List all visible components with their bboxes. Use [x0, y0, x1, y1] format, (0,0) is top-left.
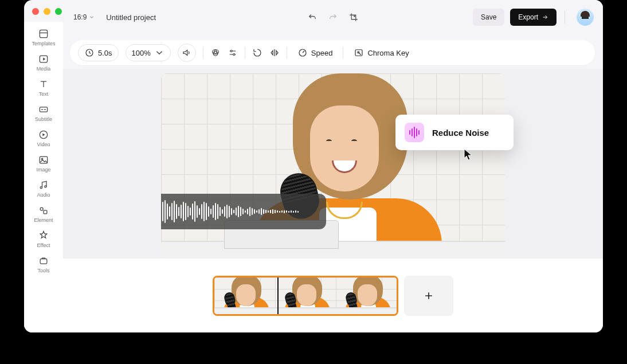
sidebar-item-subtitle[interactable]: Subtitle [28, 101, 60, 125]
svg-point-8 [40, 208, 43, 210]
flip-button[interactable] [269, 48, 280, 58]
divider [203, 46, 203, 59]
svg-point-11 [354, 16, 355, 17]
sidebar-item-label: Subtitle [35, 116, 52, 122]
timeline [63, 258, 603, 332]
duration-value: 5.0s [98, 49, 112, 57]
speed-button[interactable]: Speed [294, 45, 336, 60]
speed-label: Speed [311, 49, 333, 57]
clip-thumbnail [275, 277, 336, 314]
video-clip[interactable] [213, 276, 398, 316]
video-preview[interactable] [161, 73, 505, 263]
sidebar-item-label: Tools [37, 268, 49, 273]
speed-icon [297, 48, 308, 58]
adjust-button[interactable] [228, 48, 238, 58]
zoom-value: 100% [132, 49, 151, 57]
sidebar-item-label: Element [34, 217, 53, 223]
chroma-key-icon [354, 48, 364, 58]
sidebar-item-text[interactable]: Text [28, 76, 60, 100]
sidebar-item-label: Image [36, 167, 50, 173]
waveform-icon [405, 123, 424, 142]
close-window-button[interactable] [32, 8, 39, 15]
sidebar-item-label: Effect [37, 242, 50, 248]
sidebar-item-label: Templates [32, 41, 55, 46]
svg-point-7 [45, 186, 46, 187]
svg-rect-9 [44, 210, 47, 214]
cursor-icon [463, 148, 475, 161]
speaker-icon [182, 48, 192, 58]
undo-button[interactable] [307, 12, 318, 22]
tools-icon [38, 255, 49, 267]
divider [343, 46, 343, 59]
sidebar-item-element[interactable]: Element [28, 202, 60, 226]
sidebar-item-media[interactable]: Media [28, 50, 60, 75]
svg-rect-0 [40, 30, 47, 37]
export-button[interactable]: Export [510, 9, 557, 26]
export-label: Export [518, 13, 538, 21]
clip-thumbnail [336, 277, 397, 314]
crop-button[interactable] [348, 12, 359, 22]
sidebar-item-label: Media [37, 66, 51, 72]
sidebar-item-audio[interactable]: Audio [28, 177, 60, 201]
canvas-area [63, 69, 603, 258]
clock-icon [84, 48, 95, 58]
sidebar-item-label: Text [39, 91, 49, 97]
video-icon [38, 129, 49, 140]
svg-rect-2 [40, 107, 47, 112]
editor-toolbar: 5.0s 100% Speed Chroma Key [70, 40, 595, 65]
sidebar-item-label: Video [37, 142, 50, 147]
rotate-button[interactable] [252, 48, 262, 58]
sidebar-item-label: Audio [37, 192, 50, 198]
svg-point-6 [40, 187, 42, 189]
plus-icon [423, 290, 434, 302]
left-sidebar: Templates Media Text Subtitle Video Imag… [24, 22, 63, 332]
zoom-control[interactable]: 100% [126, 44, 171, 61]
top-bar: 16:9 Untitled project Save Export [63, 0, 603, 34]
window-controls [32, 8, 62, 15]
fullscreen-window-button[interactable] [55, 8, 62, 15]
svg-rect-4 [40, 156, 47, 163]
audio-waveform-overlay [161, 194, 326, 229]
image-icon [38, 154, 49, 166]
minimize-window-button[interactable] [44, 8, 50, 15]
color-filter-button[interactable] [210, 48, 221, 58]
sidebar-item-video[interactable]: Video [28, 126, 60, 150]
text-icon [38, 79, 49, 90]
topbar-center-controls [307, 12, 359, 22]
audio-icon [38, 179, 49, 191]
effect-icon [38, 230, 49, 241]
divider [565, 11, 565, 24]
element-icon [38, 205, 49, 216]
sidebar-item-effect[interactable]: Effect [28, 227, 60, 251]
topbar-right: Save Export [473, 9, 594, 26]
svg-point-16 [230, 50, 232, 52]
sidebar-item-image[interactable]: Image [28, 151, 60, 175]
chroma-key-button[interactable]: Chroma Key [350, 45, 412, 60]
save-button[interactable]: Save [473, 9, 504, 26]
sidebar-item-templates[interactable]: Templates [28, 25, 60, 49]
chevron-down-icon [89, 14, 95, 20]
reduce-noise-label: Reduce Noise [432, 128, 489, 138]
aspect-ratio-select[interactable]: 16:9 [70, 11, 98, 24]
subtitle-icon [38, 104, 49, 115]
redo-button[interactable] [328, 12, 338, 22]
svg-point-17 [233, 54, 235, 56]
chevron-down-icon [154, 48, 164, 58]
add-clip-button[interactable] [404, 276, 453, 316]
media-icon [38, 53, 49, 65]
playhead[interactable] [277, 276, 279, 316]
save-label: Save [481, 13, 496, 21]
reduce-noise-card[interactable]: Reduce Noise [395, 115, 514, 150]
duration-control[interactable]: 5.0s [78, 44, 119, 61]
volume-button[interactable] [178, 44, 196, 62]
arrow-right-icon [542, 14, 548, 21]
clip-thumbnail [214, 277, 275, 314]
app-window: Templates Media Text Subtitle Video Imag… [24, 0, 603, 332]
divider [245, 46, 245, 59]
svg-rect-10 [40, 259, 47, 264]
templates-icon [38, 28, 49, 40]
project-title[interactable]: Untitled project [106, 13, 156, 22]
divider [287, 46, 287, 59]
user-avatar[interactable] [577, 9, 594, 26]
sidebar-item-tools[interactable]: Tools [28, 252, 60, 276]
